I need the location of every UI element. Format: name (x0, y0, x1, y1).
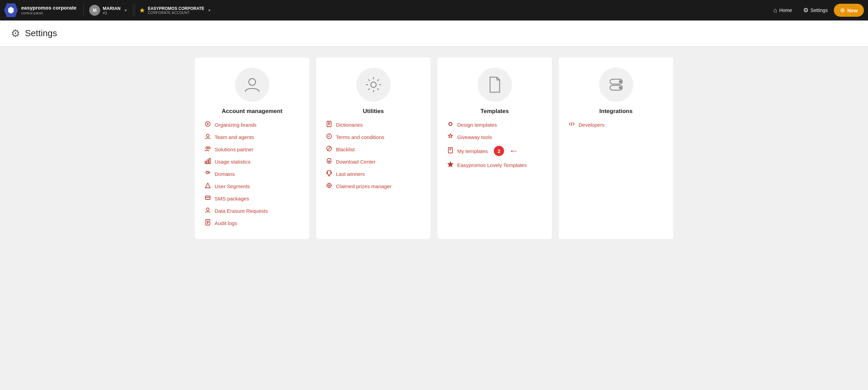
domains-label: Domains (215, 171, 235, 177)
account-icon-circle (235, 68, 269, 102)
team-agents-link[interactable]: Team and agents (204, 133, 300, 141)
user-chevron-icon: ▼ (124, 9, 127, 12)
lovely-templates-label: Easypromos Lovely Templates (457, 162, 527, 168)
lovely-templates-link[interactable]: Easypromos Lovely Templates (447, 161, 542, 169)
new-label: New (847, 8, 858, 13)
developers-icon (568, 121, 575, 128)
design-templates-icon (447, 121, 454, 128)
data-erasure-label: Data Erasure Requests (215, 208, 268, 214)
usage-statistics-link[interactable]: Usage statistics (204, 158, 300, 165)
usage-statistics-icon (204, 158, 211, 165)
svg-marker-20 (448, 162, 453, 167)
team-agents-label: Team and agents (215, 134, 254, 140)
home-button[interactable]: ⌂ Home (769, 4, 797, 16)
giveaway-tools-label: Giveaway tools (457, 134, 492, 140)
organizing-brands-label: Organizing brands (215, 122, 257, 128)
account-type: CORPORATE ACCOUNT (148, 11, 204, 15)
solutions-partner-link[interactable]: Solutions partner (204, 145, 300, 153)
last-winners-label: Last winners (336, 171, 365, 177)
sms-packages-link[interactable]: SMS packages (204, 195, 300, 202)
account-management-title: Account management (204, 108, 300, 115)
svg-point-12 (371, 82, 376, 87)
domains-link[interactable]: Domains (204, 170, 300, 178)
my-templates-label: My templates (457, 148, 488, 154)
templates-title: Templates (447, 108, 542, 115)
new-button[interactable]: ⊕ New (834, 4, 864, 17)
developers-link[interactable]: Developers (568, 121, 664, 128)
terms-conditions-label: Terms and conditions (336, 134, 384, 140)
svg-point-1 (249, 79, 256, 85)
design-templates-label: Design templates (457, 122, 497, 128)
my-templates-link[interactable]: My templates 2 ← (447, 145, 542, 156)
avatar: M (89, 5, 100, 16)
data-erasure-link[interactable]: Data Erasure Requests (204, 207, 300, 214)
account-management-links: Organizing brands Team and agents Soluti… (204, 121, 300, 227)
top-navigation: easypromos corporate control panel M MAR… (0, 0, 868, 20)
dictionaries-link[interactable]: Dictionaries (326, 121, 421, 128)
blacklist-label: Blacklist (336, 147, 355, 152)
svg-point-3 (206, 134, 209, 137)
domains-icon (204, 170, 211, 178)
card-icon-wrap-templates (447, 68, 542, 102)
claimed-prizes-label: Claimed prizes manager (336, 183, 392, 189)
home-label: Home (779, 8, 792, 13)
user-segments-icon (204, 182, 211, 190)
templates-icon-circle (478, 68, 512, 102)
settings-nav-label: Settings (811, 8, 828, 13)
data-erasure-icon (204, 207, 211, 214)
settings-gear-icon: ⚙ (803, 6, 809, 14)
nav-right: ⌂ Home ⚙ Settings ⊕ New 1 ↙ (769, 4, 864, 17)
templates-card: Templates Design templates Giveaway tool… (437, 57, 552, 239)
audit-logs-label: Audit logs (215, 220, 237, 226)
svg-point-5 (208, 147, 210, 149)
blacklist-icon (326, 145, 333, 153)
svg-rect-7 (207, 160, 208, 164)
account-info: EASYPROMOS CORPORATE CORPORATE ACCOUNT (148, 6, 204, 15)
nav-divider-2 (133, 4, 133, 16)
account-chevron-icon: ▼ (208, 9, 211, 12)
settings-page-gear-icon: ⚙ (11, 27, 20, 39)
plus-icon: ⊕ (840, 6, 845, 14)
brand-area[interactable]: easypromos corporate control panel (4, 3, 77, 17)
audit-logs-link[interactable]: Audit logs (204, 219, 300, 227)
annotation-arrow-1: ↙ (854, 0, 868, 2)
design-templates-link[interactable]: Design templates (447, 121, 542, 128)
annotation-circle-2: 2 (494, 146, 504, 156)
brand-subtitle: control panel (21, 11, 77, 15)
giveaway-tools-link[interactable]: Giveaway tools (447, 133, 542, 141)
download-center-link[interactable]: Download Center (326, 158, 421, 165)
utilities-icon-circle (356, 68, 391, 102)
organizing-brands-link[interactable]: Organizing brands (204, 121, 300, 128)
user-segments-label: User Segments (215, 183, 250, 189)
developers-label: Developers (579, 122, 605, 128)
home-icon: ⌂ (773, 7, 777, 14)
brand-name: easypromos corporate (21, 5, 77, 11)
card-icon-wrap-utilities (326, 68, 421, 102)
claimed-prizes-link[interactable]: Claimed prizes manager (326, 182, 421, 190)
solutions-partner-label: Solutions partner (215, 147, 253, 152)
user-number: #3 (103, 11, 121, 15)
integrations-card: Integrations Developers (559, 57, 673, 239)
card-icon-wrap-integrations (568, 68, 664, 102)
blacklist-link[interactable]: Blacklist (326, 145, 421, 153)
lovely-templates-icon (447, 161, 454, 169)
integrations-links: Developers (568, 121, 664, 128)
svg-rect-6 (205, 161, 206, 164)
account-management-card: Account management Organizing brands Tea… (195, 57, 309, 239)
terms-conditions-icon (326, 133, 333, 141)
svg-rect-13 (327, 121, 331, 127)
integrations-title: Integrations (568, 108, 664, 115)
templates-links: Design templates Giveaway tools My templ… (447, 121, 542, 169)
new-btn-container: ⊕ New 1 ↙ (834, 4, 864, 17)
settings-header: ⚙ Settings (0, 20, 868, 46)
user-segments-link[interactable]: User Segments (204, 182, 300, 190)
brand-logo (4, 3, 18, 17)
account-menu[interactable]: ★ EASYPROMOS CORPORATE CORPORATE ACCOUNT… (135, 4, 215, 17)
settings-button[interactable]: ⚙ Settings (798, 4, 833, 16)
terms-conditions-link[interactable]: Terms and conditions (326, 133, 421, 141)
user-menu[interactable]: M MARIAN #3 ▼ (85, 3, 132, 18)
download-center-label: Download Center (336, 159, 376, 165)
svg-point-24 (619, 86, 622, 89)
svg-marker-0 (8, 7, 14, 14)
last-winners-link[interactable]: Last winners (326, 170, 421, 178)
